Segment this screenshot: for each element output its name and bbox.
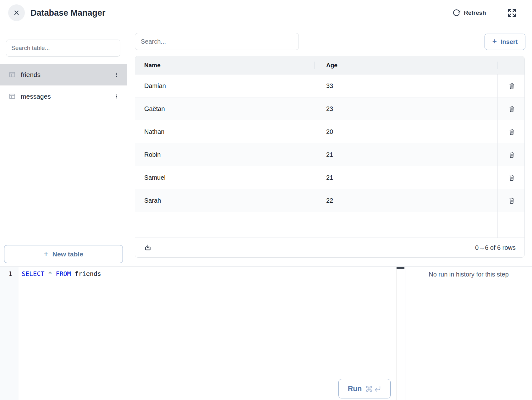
new-table-label: New table <box>52 250 83 258</box>
sql-editor[interactable]: 1 SELECT * FROM friends Run <box>0 267 405 400</box>
cell-name: Robin <box>144 151 161 158</box>
run-shortcut <box>365 385 381 392</box>
table-row: Sarah22 <box>135 189 524 212</box>
code-token <box>52 270 56 277</box>
content-area: friendsmessages + New table + Insert Nam… <box>0 25 532 266</box>
cell-name: Sarah <box>144 197 161 204</box>
editor-gutter: 1 <box>0 267 19 400</box>
run-label: Run <box>348 385 362 393</box>
table-row: Gaëtan23 <box>135 97 524 120</box>
column-resize-handle[interactable] <box>315 62 315 69</box>
trash-icon <box>508 82 515 90</box>
code-token: FROM <box>56 270 71 277</box>
rows-count-label: 0→6 of 6 rows <box>475 244 516 251</box>
code-token <box>71 270 75 277</box>
top-bar: Database Manager Refresh <box>0 0 532 25</box>
refresh-label: Refresh <box>464 9 486 16</box>
code-token: friends <box>75 270 101 277</box>
kebab-menu-icon[interactable] <box>114 93 119 100</box>
cell-age: 21 <box>326 151 333 158</box>
cell-name: Nathan <box>144 128 165 135</box>
delete-row-button[interactable] <box>505 171 518 184</box>
table-search-input[interactable] <box>6 40 120 57</box>
trash-icon <box>508 105 515 112</box>
close-button[interactable] <box>8 4 25 21</box>
code-token <box>44 270 48 277</box>
return-key-icon <box>374 385 381 392</box>
cell-name: Damian <box>144 82 166 90</box>
code-token: SELECT <box>22 270 44 277</box>
table-footer: 0→6 of 6 rows <box>135 238 524 257</box>
kebab-menu-icon[interactable] <box>114 71 119 79</box>
table-icon <box>8 71 16 78</box>
table-name-label: messages <box>21 93 114 100</box>
download-icon <box>144 244 152 252</box>
trash-icon <box>508 151 515 158</box>
run-history-panel: No run in history for this step <box>405 267 532 400</box>
new-table-button[interactable]: + New table <box>4 245 123 263</box>
editor-scrollbar-thumb[interactable] <box>397 267 404 269</box>
table-row: Samuel21 <box>135 166 524 189</box>
cell-age: 21 <box>326 174 333 181</box>
table-icon <box>8 93 16 100</box>
code-line[interactable]: SELECT * FROM friends <box>22 270 101 277</box>
table-list: friendsmessages <box>0 64 127 107</box>
column-header-name[interactable]: Name <box>144 62 161 69</box>
refresh-button[interactable]: Refresh <box>452 0 486 25</box>
insert-button[interactable]: + Insert <box>485 34 525 50</box>
code-token: * <box>48 270 52 277</box>
table-row: Nathan20 <box>135 120 524 143</box>
sidebar-item-friends[interactable]: friends <box>0 64 127 85</box>
fullscreen-button[interactable] <box>507 8 517 18</box>
actions-column-divider <box>497 74 498 238</box>
column-header-age[interactable]: Age <box>326 62 337 69</box>
table-name-label: friends <box>21 71 114 79</box>
bottom-section: 1 SELECT * FROM friends Run No run in hi… <box>0 266 532 400</box>
trash-icon <box>508 128 515 135</box>
table-header-row: Name Age <box>135 56 524 74</box>
search-input[interactable] <box>135 33 299 50</box>
plus-icon: + <box>44 249 48 258</box>
delete-row-button[interactable] <box>505 125 518 138</box>
line-number: 1 <box>8 270 12 277</box>
download-button[interactable] <box>144 244 152 252</box>
expand-icon <box>507 8 517 18</box>
table-row: Damian33 <box>135 74 524 97</box>
sidebar-item-messages[interactable]: messages <box>0 85 127 107</box>
cell-age: 33 <box>326 82 333 90</box>
data-table: Name Age Damian33Gaëtan23Nathan20Robin21… <box>135 56 525 258</box>
cell-age: 23 <box>326 105 333 112</box>
refresh-icon <box>452 9 460 17</box>
page-title: Database Manager <box>30 8 106 18</box>
command-key-icon <box>365 385 373 392</box>
trash-icon <box>508 197 515 204</box>
close-icon <box>13 9 20 16</box>
cell-age: 20 <box>326 128 333 135</box>
run-button[interactable]: Run <box>338 379 391 398</box>
trash-icon <box>508 174 515 181</box>
table-body: Damian33Gaëtan23Nathan20Robin21Samuel21S… <box>135 74 524 212</box>
delete-row-button[interactable] <box>505 79 518 92</box>
history-empty-message: No run in history for this step <box>405 271 532 278</box>
sidebar-footer: + New table <box>0 239 127 266</box>
delete-row-button[interactable] <box>505 148 518 161</box>
column-resize-handle[interactable] <box>497 62 497 69</box>
delete-row-button[interactable] <box>505 194 518 207</box>
plus-icon: + <box>492 37 497 46</box>
delete-row-button[interactable] <box>505 102 518 115</box>
cell-name: Gaëtan <box>144 105 165 112</box>
cell-age: 22 <box>326 197 333 204</box>
sidebar: friendsmessages + New table <box>0 25 127 266</box>
insert-label: Insert <box>501 38 518 46</box>
editor-scrollbar-track <box>396 267 397 400</box>
table-row: Robin21 <box>135 143 524 166</box>
cell-name: Samuel <box>144 174 166 181</box>
